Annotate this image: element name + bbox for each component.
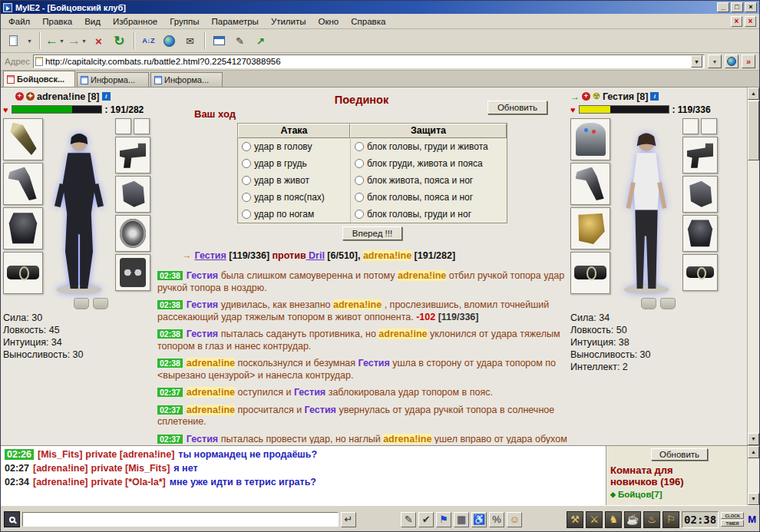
clock-button[interactable]: CLOCK: [721, 512, 744, 519]
knight-button[interactable]: ♞: [605, 511, 622, 528]
tiny-slot[interactable]: [701, 118, 717, 134]
close-button[interactable]: ×: [745, 2, 757, 12]
left-player-name[interactable]: adrena!ine: [37, 91, 85, 102]
attack-radio[interactable]: [242, 210, 251, 219]
history-dropdown-button[interactable]: ▼: [708, 55, 722, 68]
tiny-slot[interactable]: [115, 118, 131, 134]
menu-item[interactable]: Справка: [345, 15, 392, 28]
chat-from[interactable]: [adrena!ine]: [33, 463, 88, 474]
new-page-dropdown[interactable]: ▼: [25, 31, 35, 51]
defense-radio[interactable]: [355, 176, 364, 185]
info-icon[interactable]: i: [102, 92, 111, 101]
player-link[interactable]: Гестия: [195, 250, 226, 261]
gauntlet-slot[interactable]: [115, 176, 150, 213]
robot-slot[interactable]: [570, 118, 610, 160]
attack-option[interactable]: удар по ногам: [238, 206, 350, 223]
player-link[interactable]: adrena!ine: [383, 434, 431, 444]
tavern-button[interactable]: ☕: [624, 511, 641, 528]
main-scrollbar[interactable]: ▲ ▼: [747, 88, 759, 445]
room-entry[interactable]: ◆ Бойцов[7]: [610, 490, 743, 499]
defense-radio[interactable]: [355, 159, 364, 168]
axe-slot[interactable]: [3, 163, 43, 205]
player-link[interactable]: adrena!ine: [378, 329, 427, 339]
player-link[interactable]: Гестия: [187, 299, 218, 310]
confirm-button[interactable]: ✔: [418, 512, 434, 527]
menu-item[interactable]: Правка: [36, 15, 78, 28]
back-button[interactable]: ←▼: [45, 31, 65, 51]
menu-item[interactable]: Файл: [2, 15, 36, 28]
timer-button[interactable]: TIMER: [721, 520, 744, 527]
player-link[interactable]: Гестия: [187, 329, 218, 339]
globe-button[interactable]: [160, 31, 179, 51]
tab-3[interactable]: Информа...: [150, 72, 223, 87]
tiny-slot[interactable]: [134, 118, 150, 134]
disc-slot[interactable]: [115, 215, 150, 252]
minimize-button[interactable]: _: [717, 2, 729, 12]
armor-slot[interactable]: [3, 207, 43, 249]
player-link[interactable]: Dril: [306, 250, 325, 261]
gun-slot[interactable]: [682, 137, 718, 173]
mail-button[interactable]: ✉: [180, 31, 200, 51]
belt-slot[interactable]: [682, 254, 718, 291]
player-link[interactable]: adrena!ine: [187, 387, 235, 398]
window-list-button[interactable]: [210, 31, 229, 51]
save-log-button[interactable]: ▦: [454, 512, 469, 527]
scroll-down-button[interactable]: ▼: [748, 433, 759, 445]
external-browser-button[interactable]: ↗: [251, 31, 270, 51]
belt-slot[interactable]: [3, 252, 43, 294]
new-page-button[interactable]: [4, 31, 23, 51]
menu-item[interactable]: Параметры: [206, 15, 265, 28]
sidebar-scroll-up-button[interactable]: ▲: [748, 446, 759, 458]
address-input[interactable]: [45, 56, 691, 67]
go-button[interactable]: »: [742, 55, 755, 68]
defense-option[interactable]: блок головы, груди и живота: [350, 138, 507, 155]
player-link[interactable]: Гестия: [294, 387, 325, 398]
armor-slot[interactable]: [682, 215, 718, 252]
springs-button[interactable]: ♨: [643, 511, 660, 528]
refresh-battle-button[interactable]: Обновить: [487, 101, 547, 114]
chat-private[interactable]: private [adrena!ine]: [85, 449, 174, 460]
stop-button[interactable]: ×: [89, 31, 108, 51]
defense-option[interactable]: блок головы, пояса и ног: [350, 189, 507, 206]
attack-option[interactable]: удар в пояс(пах): [238, 189, 350, 206]
blade-slot[interactable]: [3, 118, 43, 160]
defense-radio[interactable]: [355, 193, 364, 202]
player-link[interactable]: adrena!ine: [187, 358, 235, 368]
quick-search-button[interactable]: [725, 55, 739, 68]
forge-button[interactable]: ⚒: [567, 511, 583, 528]
menu-item[interactable]: Вид: [78, 15, 107, 28]
compose-button[interactable]: ✎: [230, 31, 249, 51]
scroll-thumb[interactable]: [748, 101, 759, 160]
attack-radio[interactable]: [242, 142, 251, 151]
edit-message-button[interactable]: ✎: [401, 512, 416, 527]
info-icon[interactable]: i: [650, 92, 659, 101]
player-link[interactable]: adrena!ine: [333, 299, 382, 310]
sidebar-scrollbar[interactable]: ▲ ▼: [747, 446, 759, 505]
refresh-page-button[interactable]: ↻: [110, 31, 129, 51]
defense-radio[interactable]: [355, 142, 364, 151]
belt-slot[interactable]: [570, 252, 610, 294]
smiley-button[interactable]: ☺: [507, 512, 522, 527]
forward-button[interactable]: →▼: [67, 31, 88, 51]
axe-slot[interactable]: [570, 163, 610, 205]
defense-radio[interactable]: [355, 210, 364, 219]
gold-slot[interactable]: [570, 207, 610, 249]
menu-item[interactable]: Избранное: [107, 15, 164, 28]
player-link[interactable]: Гестия: [187, 270, 218, 281]
percent-button[interactable]: %: [489, 512, 504, 527]
chat-input[interactable]: [22, 512, 339, 527]
fight-button[interactable]: ⚔: [586, 511, 603, 528]
attack-option[interactable]: удар в грудь: [238, 155, 350, 172]
menu-item[interactable]: Группы: [164, 15, 205, 28]
flag-button[interactable]: ⚑: [436, 512, 451, 527]
scroll-up-button[interactable]: ▲: [748, 88, 759, 100]
player-link[interactable]: Гестия: [359, 358, 390, 368]
attack-option[interactable]: удар в голову: [238, 138, 350, 155]
attack-radio[interactable]: [242, 159, 251, 168]
player-link[interactable]: adrena!ine: [398, 270, 446, 281]
chat-from[interactable]: [Mis_Fits]: [38, 449, 82, 460]
tiny-slot[interactable]: [682, 118, 699, 134]
menu-item[interactable]: Окно: [312, 15, 345, 28]
close-all-button[interactable]: ×: [745, 16, 756, 27]
tab-2[interactable]: Информа...: [77, 72, 149, 87]
